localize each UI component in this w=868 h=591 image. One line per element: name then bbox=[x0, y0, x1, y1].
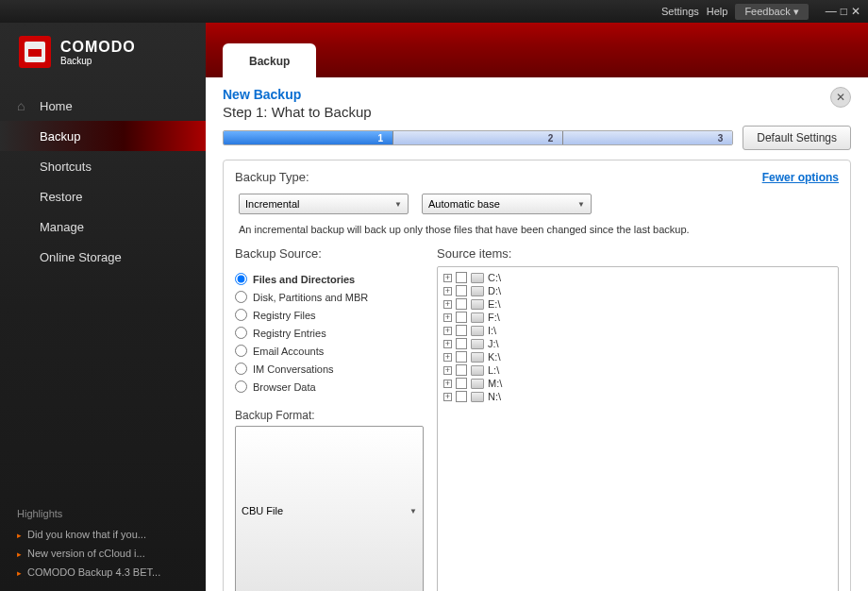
chevron-down-icon: ▼ bbox=[394, 200, 402, 209]
drive-checkbox[interactable] bbox=[456, 272, 467, 283]
expand-icon[interactable]: + bbox=[443, 287, 452, 296]
backup-type-select[interactable]: Incremental▼ bbox=[239, 194, 409, 214]
drive-label: F:\ bbox=[488, 312, 500, 323]
drive-checkbox[interactable] bbox=[456, 378, 467, 389]
drive-label: E:\ bbox=[488, 298, 500, 310]
type-description: An incremental backup will back up only … bbox=[239, 224, 835, 235]
drive-item[interactable]: +K:\ bbox=[443, 350, 832, 363]
feed-item[interactable]: New version of cCloud i... bbox=[17, 544, 189, 563]
expand-icon[interactable]: + bbox=[443, 393, 452, 401]
drive-item[interactable]: +J:\ bbox=[443, 337, 832, 350]
backup-type-label: Backup Type: bbox=[235, 170, 309, 184]
drive-label: J:\ bbox=[488, 338, 499, 349]
settings-link[interactable]: Settings bbox=[661, 6, 699, 17]
source-option[interactable]: Registry Entries bbox=[235, 324, 424, 342]
source-radio[interactable] bbox=[235, 309, 247, 321]
drive-icon bbox=[471, 299, 484, 310]
brand-name: COMODO bbox=[60, 39, 136, 55]
drive-icon bbox=[471, 392, 484, 402]
source-radio[interactable] bbox=[235, 273, 247, 285]
nav-restore[interactable]: Restore bbox=[0, 181, 206, 211]
wizard-progress: 1 2 3 bbox=[223, 130, 733, 145]
close-window-icon[interactable]: ✕ bbox=[851, 5, 860, 18]
drive-icon bbox=[471, 365, 484, 376]
drive-item[interactable]: +F:\ bbox=[443, 311, 832, 324]
drive-item[interactable]: +D:\ bbox=[443, 284, 832, 297]
source-option[interactable]: IM Conversations bbox=[235, 360, 424, 378]
feedback-dropdown[interactable]: Feedback ▾ bbox=[735, 4, 808, 20]
default-settings-button[interactable]: Default Settings bbox=[743, 126, 851, 150]
chevron-down-icon: ▼ bbox=[409, 507, 417, 515]
source-option[interactable]: Registry Files bbox=[235, 306, 424, 324]
source-option[interactable]: Disk, Partitions and MBR bbox=[235, 288, 424, 306]
drive-icon bbox=[471, 286, 484, 296]
drive-item[interactable]: +N:\ bbox=[443, 390, 832, 403]
drive-checkbox[interactable] bbox=[456, 312, 467, 323]
nav-home[interactable]: Home bbox=[0, 91, 206, 121]
drive-checkbox[interactable] bbox=[456, 364, 467, 376]
nav-shortcuts[interactable]: Shortcuts bbox=[0, 151, 206, 181]
source-radio[interactable] bbox=[235, 327, 247, 339]
expand-icon[interactable]: + bbox=[443, 313, 452, 322]
drive-item[interactable]: +L:\ bbox=[443, 363, 832, 377]
expand-icon[interactable]: + bbox=[443, 300, 452, 309]
highlights-heading: Highlights bbox=[0, 497, 206, 525]
source-radio[interactable] bbox=[235, 291, 247, 303]
chevron-down-icon: ▼ bbox=[577, 200, 585, 209]
step-1-segment[interactable]: 1 bbox=[224, 131, 393, 144]
backup-format-select[interactable]: CBU File▼ bbox=[235, 426, 424, 591]
drive-label: K:\ bbox=[488, 351, 500, 363]
drive-icon bbox=[471, 326, 484, 336]
logo-icon bbox=[19, 36, 51, 68]
source-option[interactable]: Browser Data bbox=[235, 378, 424, 396]
drive-item[interactable]: +M:\ bbox=[443, 377, 832, 390]
step-title: Step 1: What to Backup bbox=[223, 104, 830, 120]
expand-icon[interactable]: + bbox=[443, 380, 452, 388]
page-title: New Backup bbox=[223, 87, 830, 102]
source-option[interactable]: Email Accounts bbox=[235, 342, 424, 360]
step-2-segment[interactable]: 2 bbox=[393, 131, 563, 144]
drive-label: N:\ bbox=[488, 391, 501, 402]
drive-item[interactable]: +E:\ bbox=[443, 297, 832, 311]
step-3-segment[interactable]: 3 bbox=[563, 131, 732, 144]
drive-checkbox[interactable] bbox=[456, 351, 467, 363]
feed-item[interactable]: Did you know that if you... bbox=[17, 525, 189, 544]
help-link[interactable]: Help bbox=[707, 6, 728, 17]
source-radio[interactable] bbox=[235, 345, 247, 357]
fewer-options-link[interactable]: Fewer options bbox=[762, 171, 839, 184]
drive-item[interactable]: +C:\ bbox=[443, 271, 832, 284]
expand-icon[interactable]: + bbox=[443, 353, 452, 362]
drive-checkbox[interactable] bbox=[456, 285, 467, 296]
feed-item[interactable]: COMODO Backup 4.3 BET... bbox=[17, 563, 189, 582]
source-items-label: Source items: bbox=[437, 246, 839, 261]
backup-format-label: Backup Format: bbox=[235, 409, 424, 422]
source-tree[interactable]: +C:\+D:\+E:\+F:\+I:\+J:\+K:\+L:\+M:\+N:\ bbox=[437, 266, 839, 591]
close-icon[interactable]: ✕ bbox=[830, 87, 851, 108]
drive-checkbox[interactable] bbox=[456, 338, 467, 349]
drive-icon bbox=[471, 339, 484, 349]
expand-icon[interactable]: + bbox=[443, 340, 452, 348]
nav-online-storage[interactable]: Online Storage bbox=[0, 242, 206, 272]
source-radio[interactable] bbox=[235, 380, 247, 393]
nav-manage[interactable]: Manage bbox=[0, 211, 206, 242]
minimize-icon[interactable]: — bbox=[826, 5, 837, 18]
source-option[interactable]: Files and Directories bbox=[235, 270, 424, 288]
drive-label: I:\ bbox=[488, 325, 496, 336]
drive-icon bbox=[471, 312, 484, 323]
tab-backup[interactable]: Backup bbox=[223, 43, 316, 77]
nav-backup[interactable]: Backup bbox=[0, 121, 206, 151]
drive-label: D:\ bbox=[488, 285, 501, 296]
drive-icon bbox=[471, 352, 484, 363]
maximize-icon[interactable]: □ bbox=[841, 5, 847, 18]
expand-icon[interactable]: + bbox=[443, 366, 452, 375]
expand-icon[interactable]: + bbox=[443, 274, 452, 282]
drive-label: M:\ bbox=[488, 378, 502, 389]
drive-checkbox[interactable] bbox=[456, 298, 467, 310]
source-radio[interactable] bbox=[235, 363, 247, 375]
drive-label: L:\ bbox=[488, 364, 499, 376]
drive-item[interactable]: +I:\ bbox=[443, 324, 832, 337]
drive-checkbox[interactable] bbox=[456, 325, 467, 336]
drive-checkbox[interactable] bbox=[456, 391, 467, 402]
expand-icon[interactable]: + bbox=[443, 327, 452, 335]
base-select[interactable]: Automatic base▼ bbox=[422, 194, 592, 214]
